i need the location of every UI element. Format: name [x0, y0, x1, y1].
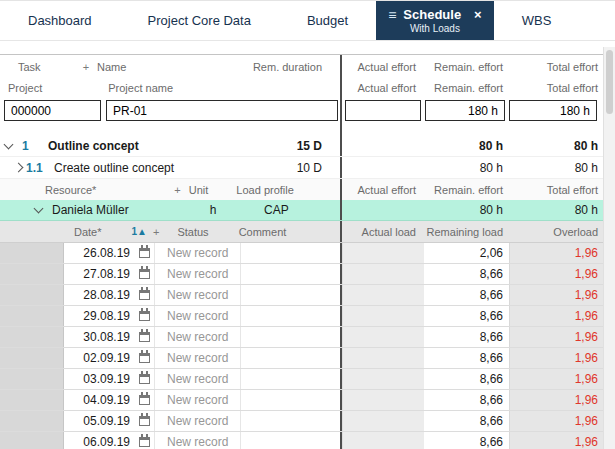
task-row-1[interactable]: 1 Outline concept 15 D 80 h 80 h — [0, 135, 603, 157]
actual-load-cell[interactable] — [342, 369, 424, 389]
date-cell[interactable]: 04.09.19 — [64, 390, 134, 410]
comment-cell[interactable] — [240, 369, 340, 389]
remaining-load-cell[interactable]: 8,66 — [424, 306, 509, 326]
scrollbar-thumb[interactable] — [606, 50, 613, 114]
comment-cell[interactable] — [240, 243, 340, 263]
tab-schedule-subtitle: With Loads — [388, 23, 482, 34]
status-cell[interactable]: New record — [154, 243, 240, 263]
col-remaining-load: Remaining load — [424, 221, 509, 242]
status-cell[interactable]: New record — [154, 285, 240, 305]
task-name[interactable]: Create outline concept — [54, 161, 297, 175]
load-row: 03.09.19 New record 8,66 1,96 — [0, 369, 603, 390]
tab-dashboard[interactable]: Dashboard — [0, 1, 120, 40]
status-cell[interactable]: New record — [154, 432, 240, 449]
remaining-load-cell[interactable]: 8,66 — [424, 285, 509, 305]
project-total-effort-field[interactable] — [509, 100, 597, 121]
actual-load-cell[interactable] — [342, 390, 424, 410]
actual-load-cell[interactable] — [342, 285, 424, 305]
date-cell[interactable]: 06.09.19 — [64, 432, 134, 449]
calendar-icon[interactable] — [134, 353, 154, 363]
tab-budget[interactable]: Budget — [279, 1, 376, 40]
add-date-icon[interactable]: + — [153, 226, 159, 238]
add-task-icon[interactable]: + — [83, 61, 89, 73]
add-resource-icon[interactable]: + — [174, 184, 180, 196]
comment-cell[interactable] — [240, 306, 340, 326]
date-cell[interactable]: 05.09.19 — [64, 411, 134, 431]
remaining-load-cell[interactable]: 8,66 — [424, 348, 509, 368]
actual-load-cell[interactable] — [342, 411, 424, 431]
remaining-load-cell[interactable]: 8,66 — [424, 411, 509, 431]
task-row-1-1[interactable]: 1.1 Create outline concept 10 D 80 h 80 … — [0, 157, 603, 179]
calendar-icon[interactable] — [134, 332, 154, 342]
date-cell[interactable]: 28.08.19 — [64, 285, 134, 305]
remaining-load-cell[interactable]: 8,66 — [424, 432, 509, 449]
date-cell[interactable]: 02.09.19 — [64, 348, 134, 368]
tab-wbs[interactable]: WBS — [494, 1, 580, 40]
status-cell[interactable]: New record — [154, 264, 240, 284]
comment-cell[interactable] — [240, 264, 340, 284]
task-name[interactable]: Outline concept — [48, 139, 297, 153]
col-remain-effort: Remain. effort — [424, 179, 509, 200]
chevron-down-icon[interactable] — [30, 208, 46, 212]
overload-cell: 1,96 — [509, 243, 603, 263]
date-cell[interactable]: 03.09.19 — [64, 369, 134, 389]
task-remain-effort: 80 h — [424, 135, 509, 156]
actual-load-cell[interactable] — [342, 243, 424, 263]
calendar-icon[interactable] — [134, 374, 154, 384]
resource-unit: h — [202, 203, 224, 217]
status-cell[interactable]: New record — [154, 411, 240, 431]
vertical-scrollbar[interactable] — [603, 47, 615, 449]
calendar-icon[interactable] — [134, 290, 154, 300]
date-cell[interactable]: 30.08.19 — [64, 327, 134, 347]
remaining-load-cell[interactable]: 8,66 — [424, 390, 509, 410]
remaining-load-cell[interactable]: 8,66 — [424, 264, 509, 284]
comment-cell[interactable] — [240, 285, 340, 305]
overload-cell: 1,96 — [509, 369, 603, 389]
chevron-right-icon[interactable] — [10, 164, 26, 171]
status-cell[interactable]: New record — [154, 390, 240, 410]
project-row — [0, 97, 603, 124]
remaining-load-cell[interactable]: 2,06 — [424, 243, 509, 263]
sort-ascending-icon[interactable]: 1▲ — [132, 226, 147, 237]
actual-load-cell[interactable] — [342, 327, 424, 347]
actual-load-cell[interactable] — [342, 348, 424, 368]
calendar-icon[interactable] — [134, 416, 154, 426]
date-cell[interactable]: 29.08.19 — [64, 306, 134, 326]
date-cell[interactable]: 26.08.19 — [64, 243, 134, 263]
actual-load-cell[interactable] — [342, 306, 424, 326]
hamburger-icon[interactable]: ≡ — [388, 8, 396, 22]
date-cell[interactable]: 27.08.19 — [64, 264, 134, 284]
status-cell[interactable]: New record — [154, 327, 240, 347]
tab-schedule[interactable]: ≡ Schedule × With Loads — [376, 1, 494, 40]
calendar-icon[interactable] — [134, 395, 154, 405]
comment-cell[interactable] — [240, 327, 340, 347]
tab-project-core-data[interactable]: Project Core Data — [120, 1, 279, 40]
calendar-icon[interactable] — [134, 269, 154, 279]
project-remain-effort-field[interactable] — [425, 100, 505, 121]
chevron-down-icon[interactable] — [0, 144, 16, 148]
load-row: 26.08.19 New record 2,06 1,96 — [0, 243, 603, 264]
project-actual-effort-field[interactable] — [345, 100, 421, 121]
remaining-load-cell[interactable]: 8,66 — [424, 327, 509, 347]
calendar-icon[interactable] — [134, 311, 154, 321]
actual-load-cell[interactable] — [342, 264, 424, 284]
close-icon[interactable]: × — [474, 7, 482, 22]
task-remain-effort: 80 h — [424, 157, 509, 178]
comment-cell[interactable] — [240, 432, 340, 449]
calendar-icon[interactable] — [134, 248, 154, 258]
comment-cell[interactable] — [240, 348, 340, 368]
calendar-icon[interactable] — [134, 437, 154, 447]
comment-cell[interactable] — [240, 390, 340, 410]
status-cell[interactable]: New record — [154, 306, 240, 326]
row-gutter — [0, 306, 64, 326]
actual-load-cell[interactable] — [342, 432, 424, 449]
resource-name[interactable]: Daniela Müller — [52, 203, 202, 217]
status-cell[interactable]: New record — [154, 348, 240, 368]
overload-cell: 1,96 — [509, 306, 603, 326]
resource-row[interactable]: Daniela Müller h CAP 80 h 80 h — [0, 200, 603, 221]
project-name-field[interactable] — [106, 100, 338, 121]
status-cell[interactable]: New record — [154, 369, 240, 389]
remaining-load-cell[interactable]: 8,66 — [424, 369, 509, 389]
comment-cell[interactable] — [240, 411, 340, 431]
project-id-field[interactable] — [4, 100, 101, 121]
